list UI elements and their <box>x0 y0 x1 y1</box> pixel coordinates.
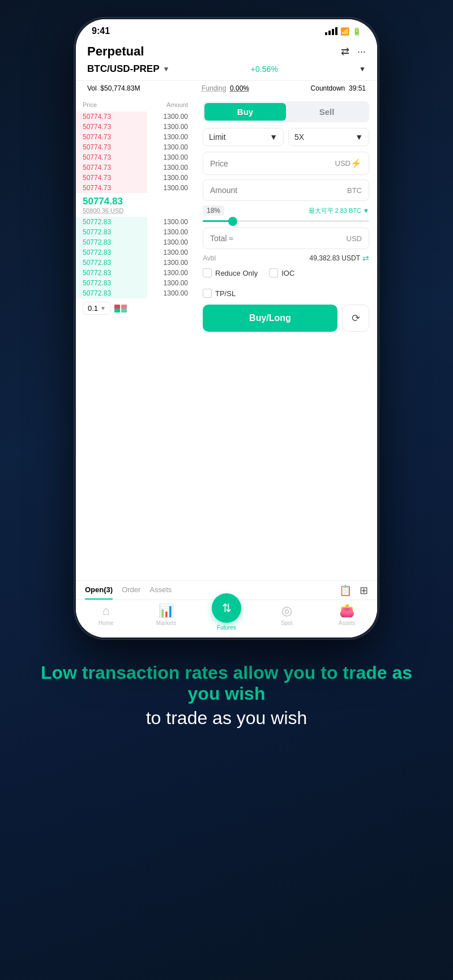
more-options-icon[interactable]: ··· <box>357 46 366 58</box>
phone-frame: 9:41 📶 🔋 Perpetual ⇄ ··· <box>74 17 379 640</box>
depth-icons[interactable] <box>114 305 127 313</box>
amount-input[interactable] <box>210 186 347 195</box>
max-info: 最大可平 2.83 BTC ▼ <box>309 207 369 215</box>
table-row: 50772.83 1300.00 <box>76 237 195 247</box>
tab-open[interactable]: Open(3) <box>85 581 113 600</box>
trading-pair[interactable]: BTC/USD-PREP ▼ <box>87 63 169 75</box>
total-input[interactable] <box>210 234 347 243</box>
buy-long-button[interactable]: Buy/Long <box>203 305 337 332</box>
main-content: Price Amount 50774.73 1300.00 50774.73 1… <box>76 97 377 580</box>
nav-bar: ⌂ Home 📊 Markets ⇅ Futures ◎ Spot <box>76 600 377 637</box>
slider-row: 18% 最大可平 2.83 BTC ▼ <box>203 206 369 216</box>
tpsl-checkbox[interactable] <box>203 289 212 298</box>
nav-spot[interactable]: ◎ Spot <box>257 604 317 631</box>
lightning-icon[interactable]: ⚡ <box>351 158 362 169</box>
pair-dropdown-icon[interactable]: ▼ <box>163 65 170 73</box>
marketing-headline: Low transaction rates allow you to trade… <box>34 662 419 704</box>
sell-tab[interactable]: Sell <box>286 103 367 121</box>
phone-screen: 9:41 📶 🔋 Perpetual ⇄ ··· <box>76 19 377 637</box>
futures-center-button[interactable]: ⇅ <box>212 593 241 623</box>
clipboard-icon[interactable]: 📋 <box>339 584 352 597</box>
app-title-row: Perpetual ⇄ ··· <box>87 44 366 59</box>
marketing-subline: to trade as you wish <box>34 708 419 729</box>
nav-home-label: Home <box>99 620 114 626</box>
ioc-label: IOC <box>281 269 294 277</box>
transfer-icon[interactable]: ⇄ <box>362 254 369 263</box>
pair-text: BTC/USD-PREP <box>87 63 160 75</box>
price-input[interactable] <box>210 159 335 168</box>
leverage-dropdown-icon: ▼ <box>355 132 363 142</box>
total-currency: USD <box>347 234 362 243</box>
chart-settings-icon[interactable]: ⇄ <box>341 45 349 58</box>
pct-badge: 18% <box>203 206 224 216</box>
order-controls: Limit ▼ 5X ▼ <box>203 128 369 146</box>
lot-size-selector[interactable]: 0.1 ▼ <box>83 302 111 315</box>
wifi-icon: 📶 <box>340 27 349 36</box>
markets-icon: 📊 <box>159 604 174 618</box>
swap-button[interactable]: ⟳ <box>342 305 369 332</box>
slider-thumb[interactable] <box>228 217 237 226</box>
tpsl-label: TP/SL <box>215 289 236 298</box>
nav-futures[interactable]: ⇅ Futures <box>196 604 257 631</box>
total-input-field[interactable]: USD <box>203 228 369 249</box>
countdown-label: Countdown <box>311 84 345 92</box>
nav-futures-label: Futures <box>217 624 236 631</box>
ob-mid-price: 50774.83 <box>83 196 188 207</box>
leverage-label: 5X <box>294 132 304 142</box>
table-row: 50774.73 1300.00 <box>76 132 195 142</box>
order-book: Price Amount 50774.73 1300.00 50774.73 1… <box>76 97 195 580</box>
lot-size-dropdown-icon[interactable]: ▼ <box>100 305 106 311</box>
reduce-only-label: Reduce Only <box>215 269 258 277</box>
swap-icon: ⟳ <box>352 312 360 324</box>
table-row: 50772.83 1300.00 <box>76 278 195 288</box>
table-row: 50772.83 1300.00 <box>76 258 195 268</box>
nav-markets-label: Markets <box>156 620 177 626</box>
ioc-checkbox[interactable] <box>269 268 278 277</box>
status-time: 9:41 <box>92 26 110 36</box>
funding-value: 0.00% <box>230 84 249 92</box>
price-currency: USD <box>335 159 351 168</box>
lot-size-value: 0.1 <box>88 304 98 313</box>
futures-icon: ⇅ <box>222 601 232 615</box>
more-dropdown-icon[interactable]: ▼ <box>359 65 366 73</box>
slider-track[interactable] <box>203 220 369 222</box>
vol-label: Vol <box>87 84 97 92</box>
table-row: 50772.83 1300.00 <box>76 227 195 237</box>
nav-assets-label: Assets <box>339 620 356 626</box>
price-input-field[interactable]: USD ⚡ <box>203 152 369 175</box>
table-row: 50774.73 1300.00 <box>76 183 195 193</box>
leverage-select[interactable]: 5X ▼ <box>288 128 369 146</box>
price-change: +0.56% <box>251 65 278 74</box>
table-row: 50772.83 1300.00 <box>76 247 195 258</box>
tpsl-row: TP/SL <box>203 289 369 298</box>
buy-sell-tabs: Buy Sell <box>203 101 369 122</box>
marketing-text: Low transaction rates allow you to trade… <box>0 662 453 729</box>
available-row: Avbl 49,382.83 USDT ⇄ <box>203 254 369 263</box>
grid-check-icon[interactable]: ⊞ <box>360 584 368 597</box>
trade-panel: Buy Sell Limit ▼ 5X ▼ <box>195 97 377 580</box>
reduce-only-checkbox[interactable] <box>203 268 212 277</box>
funding-label: Funding <box>202 84 226 92</box>
ob-price-header: Price <box>83 101 97 108</box>
avbl-amount: 49,382.83 USDT <box>310 254 360 262</box>
table-row: 50772.83 1300.00 <box>76 217 195 227</box>
table-row: 50774.73 1300.00 <box>76 112 195 122</box>
bottom-section: Open(3) Order Assets 📋 ⊞ ⌂ Home 📊 Market… <box>76 580 377 637</box>
battery-icon: 🔋 <box>352 27 361 36</box>
table-row: 50774.73 1300.00 <box>76 152 195 162</box>
funding-stat: Funding 0.00% <box>202 84 249 92</box>
buy-tab[interactable]: Buy <box>204 103 286 121</box>
table-row: 50772.83 1300.00 <box>76 288 195 298</box>
nav-markets[interactable]: 📊 Markets <box>136 604 196 631</box>
amount-input-field[interactable]: BTC <box>203 179 369 201</box>
stats-bar: Vol $50,774.83M Funding 0.00% Countdown … <box>76 80 377 97</box>
table-row: 50774.73 1300.00 <box>76 142 195 152</box>
order-type-select[interactable]: Limit ▼ <box>203 128 284 146</box>
tab-assets[interactable]: Assets <box>149 581 172 600</box>
nav-home[interactable]: ⌂ Home <box>76 604 136 631</box>
spot-icon: ◎ <box>281 604 292 618</box>
nav-assets[interactable]: 👛 Assets <box>317 604 377 631</box>
volume-stat: Vol $50,774.83M <box>87 84 140 92</box>
tab-order[interactable]: Order <box>122 581 140 600</box>
home-icon: ⌂ <box>102 604 110 618</box>
